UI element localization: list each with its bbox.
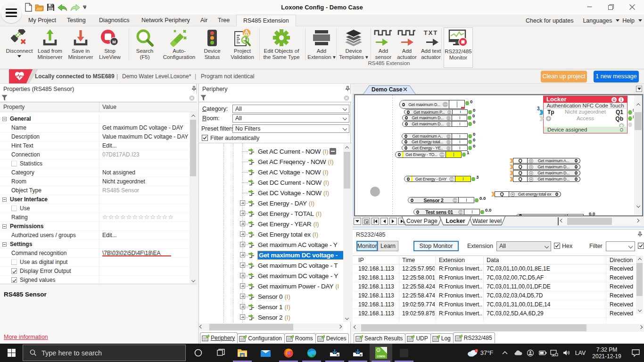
monitor-tab-search-results[interactable]: Search Results [354, 333, 405, 343]
tree-item-get-dc-voltage-now[interactable]: Get DC Voltage - NOW(I) [248, 189, 329, 197]
weather-widget[interactable]: ! 37°F [464, 344, 495, 362]
periphery-tab-rooms[interactable]: Rooms [284, 333, 316, 343]
property-checkbox-checked[interactable] [11, 268, 17, 274]
loxone-app-1-taskbar-button[interactable] [323, 344, 346, 362]
tree-item-get-ac-current-now[interactable]: Get AC Current - NOW(I) [248, 147, 336, 156]
loxone-app-2-taskbar-button[interactable] [347, 344, 369, 362]
periphery-filter-input[interactable] [208, 94, 340, 101]
property-value[interactable]: Not assigned [102, 168, 189, 177]
output-qb-label[interactable]: Qb [615, 115, 623, 122]
property-value[interactable]: Nicht zugeordnet [102, 177, 189, 186]
monitor-row[interactable]: 192.168.1.11312:25:57.950R:Fronius Inver… [353, 264, 636, 273]
collapse-icon[interactable] [2, 197, 7, 202]
pin-icon[interactable] [191, 86, 197, 91]
collapse-icon[interactable] [2, 242, 7, 247]
extension-dropdown[interactable]: All [496, 241, 551, 251]
tree-item-get-maximum-ac-voltage-y[interactable]: Get maximum AC voltage - Y [248, 240, 338, 249]
periphery-tab-periphery[interactable]: Periphery [200, 332, 238, 343]
volume-button[interactable] [560, 344, 572, 362]
tree-item-get-energy-year[interactable]: Get Energy - YEAR(I) [248, 220, 319, 228]
block-more-icon[interactable] [443, 102, 448, 107]
hidden-app-taskbar-button[interactable] [393, 344, 415, 362]
monitor-tab-log[interactable]: Log [430, 333, 454, 343]
block-value-box[interactable] [452, 115, 467, 120]
block-gear-icon[interactable] [415, 210, 420, 214]
block-gear-icon[interactable] [406, 177, 411, 181]
block-output-dot[interactable] [468, 110, 472, 114]
property-value[interactable]: Edit... [102, 231, 189, 240]
language-indicator[interactable]: LAV [572, 344, 588, 362]
block-more-icon[interactable] [446, 146, 451, 150]
task-view-button[interactable] [209, 344, 232, 362]
block-output-dot[interactable] [468, 122, 472, 126]
block-more-icon[interactable] [453, 198, 457, 203]
collapse-icon[interactable] [2, 117, 7, 121]
locker-function-block[interactable]: Locker Authentication NFC Code Touch Tp … [543, 96, 627, 133]
column-header-extension[interactable]: Extension [439, 257, 465, 263]
property-value[interactable]: 07D817AD.I23 [102, 150, 189, 159]
battery-button[interactable] [537, 344, 549, 362]
sensor-block-get-energy-day[interactable]: Get Energy - DAY [404, 176, 471, 182]
tree-item-get-ac-freqency-now[interactable]: Get AC Freqency - NOW(I) [248, 157, 334, 166]
column-header-data[interactable]: Data [487, 257, 499, 263]
stop-monitor-button[interactable]: Stop Monitor [413, 241, 459, 251]
onedrive-button[interactable] [512, 344, 524, 362]
block-output-dot[interactable] [471, 177, 475, 181]
tree-item-sensor-2[interactable]: Sensor 2(I) [248, 313, 290, 321]
block-output-dot[interactable] [475, 198, 479, 202]
minimize-button[interactable] [579, 0, 600, 14]
network-button[interactable] [548, 344, 560, 362]
block-output-dot[interactable] [480, 210, 484, 214]
undo-icon[interactable] [58, 4, 67, 11]
check-for-updates[interactable]: Check for updates [526, 17, 573, 24]
sensor-block-get-maximum-d-[interactable]: Get maximum D... [402, 121, 468, 127]
clear-filter-icon[interactable] [344, 95, 349, 101]
block-more-icon[interactable] [446, 116, 451, 120]
project-validation-button[interactable]: Project Validation [227, 27, 257, 68]
learn-toggle-button[interactable]: Learn [378, 241, 398, 251]
block-gear-icon[interactable] [404, 134, 408, 139]
block-gear-icon[interactable] [404, 122, 409, 126]
column-header-time[interactable]: Time [402, 257, 415, 263]
periphery-tab-configuration[interactable]: Configuration [237, 333, 284, 343]
disconnect-button[interactable]: Disconnect [4, 27, 35, 68]
preset-filters-dropdown[interactable]: No Filters [232, 124, 349, 133]
periphery-tree-hscrollbar[interactable] [199, 323, 343, 331]
page-tab-water-level[interactable]: Water level [469, 216, 505, 225]
taskbar-search-box[interactable]: Type here to search [23, 345, 186, 361]
monitor-toggle-button[interactable]: Monitor [356, 241, 378, 251]
block-value-box[interactable] [452, 110, 467, 114]
action-center-button[interactable] [627, 344, 644, 362]
new-message-button[interactable]: 1 new message [594, 71, 639, 82]
sensor-block-get-maximum-a-[interactable]: Get maximum A.. [402, 133, 468, 139]
sensor-block-get-energy-ye-[interactable]: Get Energy - YE.. [402, 145, 468, 151]
page-tab-cover-page[interactable]: Cover Page [402, 216, 442, 225]
block-output-dot[interactable] [468, 116, 471, 120]
block-gear-icon[interactable] [574, 177, 578, 181]
column-header-direction[interactable]: Direction [610, 257, 633, 263]
block-more-icon[interactable] [447, 110, 451, 114]
column-header-ip[interactable]: IP [358, 257, 364, 263]
sensor-block-get-maximum-d-[interactable]: Get maximum D... [402, 115, 467, 121]
close-button[interactable] [621, 0, 643, 14]
menu-tab-rs485-extension[interactable]: RS485 Extension [236, 15, 296, 26]
sensor-block-test-sens-01[interactable]: Test sens 01 [413, 209, 480, 215]
block-more-icon[interactable] [446, 122, 451, 126]
property-value[interactable]: RS485 Sensor [102, 186, 189, 195]
add-text-actuator-button[interactable]: TXTAdd text actuator [420, 27, 442, 68]
actuator-block-get-maximum-d-[interactable]: QGet maximum D... [513, 176, 580, 182]
property-value[interactable]: Get maximum DC voltage - DAY [102, 123, 189, 132]
start-button[interactable] [0, 344, 23, 362]
block-value-box[interactable] [452, 146, 467, 150]
tree-item-get-dc-current-now[interactable]: Get DC Current - NOW(I) [248, 178, 329, 187]
show-hidden-icons-button[interactable] [499, 344, 511, 362]
monitor-row[interactable]: 192.168.1.11312:25:58.001R:Fronius Inver… [353, 273, 636, 282]
device-status-button[interactable]: Device Status [200, 27, 224, 68]
load-miniserver-button[interactable]: Load from Miniserver [37, 27, 63, 68]
tab-list-dropdown[interactable] [636, 86, 642, 92]
monitor-row[interactable]: 192.168.1.11319:02:59.875R:Fronius Inver… [353, 309, 636, 318]
sensor-block-get-maximum-p-[interactable]: Get maximum P... [404, 109, 468, 115]
monitor-vscrollbar[interactable] [636, 255, 643, 314]
menu-tab-diagnostics[interactable]: Diagnostics [92, 15, 136, 26]
clean-up-project-button[interactable]: Clean up project [541, 71, 587, 82]
